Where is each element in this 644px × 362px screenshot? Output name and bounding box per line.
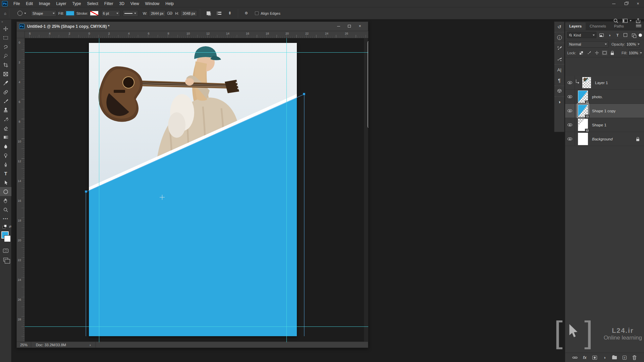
brushes-panel-icon[interactable] — [556, 55, 563, 63]
lock-transparency-icon[interactable] — [579, 51, 584, 55]
lock-artboard-icon[interactable] — [602, 51, 607, 55]
dodge-tool[interactable] — [0, 151, 11, 160]
layer-thumbnail[interactable] — [582, 77, 591, 88]
visibility-toggle[interactable] — [565, 132, 575, 146]
search-icon[interactable] — [613, 18, 619, 23]
layer-row-layer1[interactable]: Layer 1 — [565, 76, 644, 90]
move-tool[interactable] — [0, 24, 11, 33]
shape-anchor-handle-right[interactable] — [303, 93, 305, 95]
brush-tool[interactable] — [0, 97, 11, 106]
tool-mode-select[interactable]: Shape — [31, 10, 56, 17]
layer-name[interactable]: photo. — [592, 95, 603, 99]
hand-tool[interactable] — [0, 196, 11, 205]
filter-pixel-layers-icon[interactable] — [599, 32, 604, 38]
filter-adjustment-layers-icon[interactable]: ◑ — [607, 32, 612, 38]
doc-minimize-icon[interactable] — [334, 23, 342, 29]
opacity-input[interactable]: 100% — [626, 41, 640, 48]
stroke-style-select[interactable] — [123, 10, 138, 17]
fill-input[interactable]: 100% — [629, 50, 642, 56]
paragraph-panel-icon[interactable]: ¶ — [556, 77, 563, 84]
geometry-options-gear-icon[interactable]: ⚙ — [243, 10, 250, 17]
menu-item[interactable]: Image — [36, 0, 53, 7]
menu-item[interactable]: Filter — [101, 0, 116, 7]
layer-thumbnail[interactable] — [578, 105, 588, 117]
zoom-tool[interactable] — [0, 205, 11, 214]
character-panel-icon[interactable]: A| — [556, 66, 563, 73]
toolbar-grip[interactable]: » — [0, 19, 11, 24]
path-operations-icon[interactable] — [205, 10, 212, 17]
blur-tool[interactable] — [0, 142, 11, 151]
tab-channels[interactable]: Channels — [586, 22, 610, 30]
rectangular-marquee-tool[interactable] — [0, 33, 11, 42]
brush-settings-panel-icon[interactable] — [556, 45, 563, 52]
filter-type-layers-icon[interactable]: T — [615, 32, 621, 38]
active-tool-preview-icon[interactable] — [17, 11, 22, 16]
info-panel-icon[interactable]: i — [556, 34, 563, 41]
new-group-icon[interactable] — [611, 354, 618, 361]
stroke-width-select[interactable]: 6 pt — [101, 10, 120, 17]
screen-mode-icon[interactable] — [0, 255, 11, 264]
photoshop-logo-icon[interactable]: Ps — [2, 1, 8, 6]
stroke-swatch[interactable] — [90, 11, 99, 16]
canvas-viewport[interactable] — [25, 38, 368, 342]
filter-kind-select[interactable]: Kind — [567, 32, 596, 38]
menu-item[interactable]: Help — [162, 0, 177, 7]
menu-item[interactable]: File — [10, 0, 23, 7]
clone-stamp-tool[interactable] — [0, 106, 11, 115]
layer-style-fx-icon[interactable]: fx — [581, 354, 588, 361]
adjustments-panel-icon[interactable]: ◑ — [556, 98, 563, 106]
tab-layers[interactable]: Layers — [565, 22, 586, 30]
ellipse-tool[interactable] — [0, 187, 11, 196]
libraries-panel-icon[interactable] — [556, 87, 563, 95]
crop-tool[interactable] — [0, 60, 11, 69]
background-color-swatch[interactable] — [4, 235, 11, 242]
fill-swatch[interactable] — [66, 11, 74, 16]
ruler-origin-corner[interactable] — [17, 31, 25, 38]
visibility-toggle[interactable] — [565, 118, 575, 132]
eyedropper-tool[interactable] — [0, 78, 11, 87]
lock-position-icon[interactable] — [594, 51, 599, 55]
shape-anchor-handle-left[interactable] — [85, 190, 87, 193]
close-icon[interactable]: × — [632, 0, 644, 7]
restore-icon[interactable] — [620, 0, 632, 7]
minimize-icon[interactable] — [608, 0, 620, 7]
workspace-chevron-icon[interactable] — [630, 20, 632, 21]
lasso-tool[interactable] — [0, 42, 11, 51]
quick-mask-icon[interactable] — [0, 246, 11, 255]
layer-name[interactable]: Shape 1 — [592, 123, 606, 127]
workspace-icon[interactable] — [623, 19, 628, 23]
link-layers-icon[interactable] — [572, 354, 578, 361]
lock-all-icon[interactable] — [610, 51, 614, 55]
document-title-bar[interactable]: Ps Untitled-1 @ 25% (Shape 1 copy, CMYK/… — [17, 22, 368, 31]
horizontal-ruler[interactable]: 64202468101214161820222426 — [25, 31, 368, 38]
status-chevron-icon[interactable]: › — [90, 343, 91, 347]
menu-item[interactable]: Select — [84, 0, 101, 7]
filter-smart-objects-icon[interactable] — [631, 32, 636, 38]
visibility-toggle[interactable] — [565, 90, 575, 104]
share-icon[interactable] — [636, 18, 641, 23]
shape-width-input[interactable]: 2644 px — [149, 10, 166, 17]
doc-maximize-icon[interactable] — [345, 23, 353, 29]
menu-item[interactable]: 3D — [116, 0, 127, 7]
gradient-tool[interactable] — [0, 133, 11, 142]
path-alignment-icon[interactable] — [216, 10, 222, 17]
path-selection-tool[interactable] — [0, 178, 11, 187]
doc-close-icon[interactable]: × — [356, 23, 364, 29]
layer-row-photo[interactable]: photo. — [565, 90, 644, 104]
new-layer-icon[interactable]: + — [621, 354, 628, 361]
filter-toggle-icon[interactable] — [639, 34, 642, 37]
layer-name[interactable]: Layer 1 — [595, 81, 608, 85]
visibility-toggle[interactable] — [565, 76, 575, 89]
layer-row-shape1-copy[interactable]: Shape 1 copy — [565, 104, 644, 118]
filter-shape-layers-icon[interactable] — [623, 32, 628, 38]
new-adjustment-layer-icon[interactable]: ◑ — [601, 354, 608, 361]
menu-item[interactable]: View — [127, 0, 142, 7]
add-layer-mask-icon[interactable] — [591, 354, 598, 361]
link-dimensions-icon[interactable]: GƏ — [167, 11, 172, 16]
layer-name[interactable]: Background — [592, 137, 612, 141]
path-arrangement-icon[interactable]: ⇞ — [226, 10, 233, 17]
spot-healing-brush-tool[interactable] — [0, 87, 11, 97]
home-icon[interactable]: ⌂ — [4, 11, 6, 15]
align-edges-checkbox[interactable] — [255, 11, 259, 15]
history-brush-tool[interactable] — [0, 115, 11, 124]
